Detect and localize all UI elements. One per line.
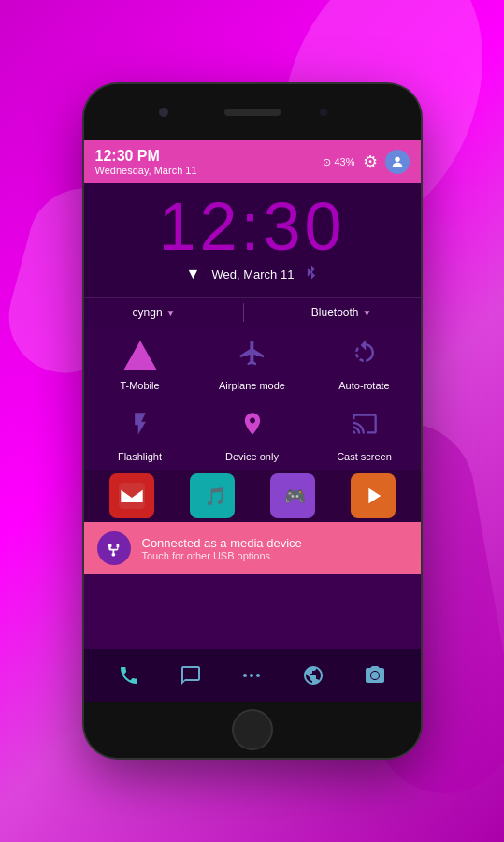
screen: 12:30 PM Wednesday, March 11 ⊙ 43% ⚙ [84,140,421,702]
toggle-autorotate[interactable]: Auto-rotate [327,335,402,391]
qs-divider [243,303,244,322]
bluetooth-label: Bluetooth [311,306,359,319]
signal-strength-icon [123,341,157,370]
phone-frame: 12:30 PM Wednesday, March 11 ⊙ 43% ⚙ [84,84,421,758]
svg-text:🎮: 🎮 [283,486,305,507]
nav-browser[interactable] [302,664,324,687]
clock-display: 12:30 [158,189,345,264]
tmobile-icon-wrap [120,335,161,376]
battery-percentage: 43% [334,156,354,167]
app-icon-play[interactable] [351,473,396,518]
nav-app-drawer[interactable] [240,664,263,687]
battery-indicator: ⊙ 43% [323,156,354,168]
apps-strip: 🎵 🎮 [84,470,421,522]
status-bar: 12:30 PM Wednesday, March 11 ⊙ 43% ⚙ [84,140,421,183]
toggles-row-2: Flashlight Device only [84,399,421,470]
autorotate-icon-wrap [344,335,385,376]
status-bar-left: 12:30 PM Wednesday, March 11 [95,148,197,176]
nav-messages[interactable] [180,664,202,687]
toggle-location[interactable]: Device only [215,406,290,462]
app-icon-music[interactable]: 🎵 [190,473,235,518]
quick-settings-bar: cyngn ▼ Bluetooth ▼ [84,297,421,327]
earpiece-speaker [224,109,281,116]
toggle-tmobile[interactable]: T-Mobile [103,335,178,391]
clock-date: Wed, March 11 [211,268,294,282]
usb-notification-title: Connected as a media device [142,536,302,550]
location-mode-icon [239,411,266,443]
autorotate-label: Auto-rotate [338,380,389,391]
status-bar-right: ⊙ 43% ⚙ [323,150,409,174]
svg-point-11 [371,672,379,679]
main-clock: 12:30 [84,193,421,260]
location-label: Device only [225,451,279,462]
bluetooth-icon [305,264,318,284]
network-label: cyngn [133,306,163,319]
airplane-mode-icon [238,338,267,374]
svg-point-10 [256,674,260,677]
toggle-airplane[interactable]: Airplane mode [215,335,290,391]
phone-top-bar [84,84,421,140]
network-selector[interactable]: cyngn ▼ [133,306,176,319]
usb-icon-wrap [97,531,131,565]
usb-notification[interactable]: Connected as a media device Touch for ot… [84,522,421,574]
toggle-flashlight[interactable]: Flashlight [103,406,178,462]
flashlight-icon [127,411,153,443]
flashlight-label: Flashlight [118,451,162,462]
svg-point-0 [395,157,399,162]
airplane-label: Airplane mode [219,380,285,391]
usb-text-area: Connected as a media device Touch for ot… [142,536,302,561]
app-icon-gmail[interactable] [109,473,154,518]
cast-icon-wrap [344,406,385,447]
toggles-row-1: T-Mobile Airplane mode [84,327,421,399]
home-button[interactable] [232,709,273,750]
clock-info-row: ▼ Wed, March 11 [84,260,421,292]
bluetooth-dropdown-arrow: ▼ [363,308,372,318]
tmobile-label: T-Mobile [120,380,159,391]
battery-icon-symbol: ⊙ [323,156,331,168]
wifi-icon: ▼ [186,266,201,283]
bottom-nav [84,649,421,702]
bluetooth-selector[interactable]: Bluetooth ▼ [311,306,372,319]
nav-phone[interactable] [118,664,140,687]
airplane-icon-wrap [232,335,273,376]
toggle-cast[interactable]: Cast screen [327,406,402,462]
location-icon-wrap [232,406,273,447]
phone-bottom-bar [84,702,421,758]
cast-label: Cast screen [337,451,392,462]
network-dropdown-arrow: ▼ [166,308,176,318]
toggles-section: T-Mobile Airplane mode [84,327,421,470]
front-camera [159,108,168,117]
status-date: Wednesday, March 11 [95,165,197,176]
settings-icon[interactable]: ⚙ [363,152,378,172]
svg-text:🎵: 🎵 [204,486,224,507]
usb-notification-subtitle: Touch for other USB options. [142,550,302,561]
auto-rotate-icon [351,339,379,372]
app-icon-games[interactable]: 🎮 [270,473,315,518]
svg-point-9 [250,674,253,677]
nav-camera[interactable] [364,664,386,687]
user-avatar[interactable] [385,150,410,174]
svg-point-8 [243,674,247,677]
flashlight-icon-wrap [120,406,161,447]
cast-screen-icon [352,411,378,443]
usb-icon [105,539,123,558]
clock-area: 12:30 ▼ Wed, March 11 [84,183,421,297]
proximity-sensor [320,109,327,116]
status-time: 12:30 PM [95,148,197,165]
